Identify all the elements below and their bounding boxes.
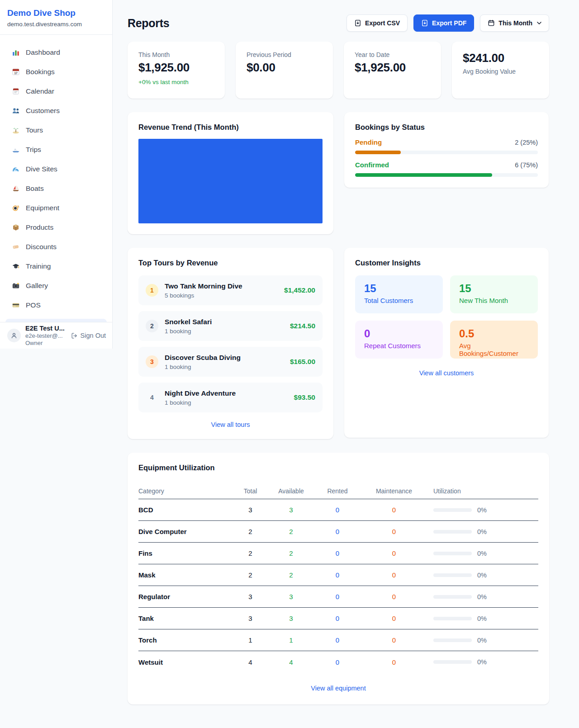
user-role: Owner — [25, 340, 65, 347]
sidebar-item-label: Products — [26, 223, 53, 232]
sidebar-item-calendar[interactable]: Calendar — [5, 81, 107, 101]
insight-value: 15 — [459, 282, 529, 295]
diving-mask-icon — [12, 204, 20, 212]
tour-bookings: 5 bookings — [165, 292, 242, 299]
sidebar-item-dive-sites[interactable]: Dive Sites — [5, 159, 107, 179]
cell-maintenance: 0 — [367, 636, 421, 644]
sidebar-item-bookings[interactable]: 17 Bookings — [5, 62, 107, 81]
brand-block[interactable]: Demo Dive Shop demo.test.divestreams.com — [0, 0, 112, 35]
cell-available: 1 — [274, 636, 308, 644]
revenue-trend-card: Revenue Trend (This Month) — [128, 112, 333, 234]
table-row: Torch 1 1 0 0 0% — [138, 629, 538, 651]
sidebar-item-equipment[interactable]: Equipment — [5, 198, 107, 217]
sidebar-item-label: Equipment — [26, 204, 59, 212]
section-title: Top Tours by Revenue — [138, 259, 323, 267]
insight-tile-total-customers: 15 Total Customers — [355, 275, 443, 313]
rank-badge: 1 — [146, 284, 158, 297]
period-dropdown[interactable]: This Month — [480, 14, 549, 32]
export-pdf-button[interactable]: Export PDF — [413, 14, 474, 32]
stat-value: $0.00 — [247, 61, 322, 75]
tear-calendar-icon — [12, 87, 20, 95]
cell-category: BCD — [138, 506, 227, 514]
cell-category: Regulator — [138, 593, 227, 600]
tour-row: 4 Night Dive Adventure 1 booking $93.50 — [138, 383, 323, 412]
cell-total: 3 — [227, 615, 274, 622]
rank-badge: 3 — [146, 355, 158, 368]
user-name: E2E Test U... — [25, 324, 65, 332]
cell-maintenance: 0 — [367, 571, 421, 579]
cell-maintenance: 0 — [367, 593, 421, 600]
revenue-bar — [138, 139, 323, 223]
col-header: Utilization — [421, 487, 538, 495]
sidebar-item-discounts[interactable]: Discounts — [5, 237, 107, 256]
cell-rented: 0 — [308, 593, 367, 600]
sidebar-item-boats[interactable]: Boats — [5, 179, 107, 198]
cell-category: Mask — [138, 571, 227, 579]
view-all-customers-link[interactable]: View all customers — [355, 369, 538, 377]
sidebar-item-customers[interactable]: Customers — [5, 101, 107, 120]
cell-available: 2 — [274, 528, 308, 535]
svg-text:17: 17 — [14, 71, 18, 74]
sidebar-item-trips[interactable]: Trips — [5, 140, 107, 159]
sidebar-item-training[interactable]: Training — [5, 256, 107, 276]
wave-icon — [12, 165, 20, 173]
cell-maintenance: 0 — [367, 658, 421, 666]
equipment-utilization-card: Equipment Utilization Category Total Ava… — [128, 453, 549, 704]
tour-revenue: $1,452.00 — [284, 286, 315, 294]
rank-badge: 2 — [146, 320, 158, 332]
utilization-bar-track — [433, 617, 472, 620]
tour-name: Night Dive Adventure — [165, 389, 236, 398]
cell-available: 2 — [274, 571, 308, 579]
sidebar-item-tours[interactable]: Tours — [5, 120, 107, 140]
chevron-down-icon — [537, 22, 541, 25]
utilization-bar-track — [433, 530, 472, 534]
sidebar-item-label: Tours — [26, 126, 43, 134]
cell-maintenance: 0 — [367, 528, 421, 535]
tour-revenue: $93.50 — [294, 393, 315, 402]
stat-label: Year to Date — [355, 51, 430, 58]
cell-utilization: 0% — [477, 572, 487, 579]
camera-icon — [12, 282, 20, 290]
insight-value: 15 — [364, 282, 434, 295]
cell-rented: 0 — [308, 636, 367, 644]
sidebar-item-label: Dive Sites — [26, 165, 57, 173]
sidebar-item-dashboard[interactable]: Dashboard — [5, 43, 107, 62]
sign-out-icon — [71, 332, 78, 339]
cell-rented: 0 — [308, 549, 367, 557]
section-title: Equipment Utilization — [138, 463, 538, 472]
tour-bookings: 1 booking — [165, 399, 236, 406]
tour-name: Two Tank Morning Dive — [165, 282, 242, 291]
view-all-equipment-link[interactable]: View all equipment — [138, 685, 538, 692]
sidebar-item-label: Bookings — [26, 68, 55, 76]
col-header: Category — [138, 487, 227, 495]
calendar-17-icon: 17 — [12, 68, 20, 76]
tour-row: 2 Snorkel Safari 1 booking $214.50 — [138, 311, 323, 341]
sign-out-button[interactable]: Sign Out — [71, 332, 106, 339]
file-download-icon — [354, 19, 361, 27]
cell-rented: 0 — [308, 528, 367, 535]
stat-card-avg-booking-value: $241.00 Avg Booking Value — [452, 42, 549, 99]
sidebar-item-pos[interactable]: POS — [5, 295, 107, 315]
status-label-pending: Pending — [355, 138, 382, 146]
sidebar-item-products[interactable]: Products — [5, 217, 107, 237]
insight-value: 0 — [364, 327, 434, 340]
cell-rented: 0 — [308, 615, 367, 622]
table-row: Regulator 3 3 0 0 0% — [138, 586, 538, 608]
view-all-tours-link[interactable]: View all tours — [138, 421, 323, 428]
sidebar-item-gallery[interactable]: Gallery — [5, 276, 107, 295]
equipment-table: Category Total Available Rented Maintena… — [138, 483, 538, 673]
cell-total: 3 — [227, 593, 274, 600]
table-row: BCD 3 3 0 0 0% — [138, 499, 538, 521]
insight-tile-avg-bookings: 0.5 Avg Bookings/Customer — [450, 321, 538, 359]
package-icon — [12, 223, 20, 232]
status-bar-track — [355, 151, 538, 154]
utilization-bar-track — [433, 638, 472, 642]
sidebar-nav: Dashboard 17 Bookings Calendar Customers… — [0, 35, 112, 315]
cell-category: Dive Computer — [138, 528, 227, 535]
shop-domain: demo.test.divestreams.com — [7, 21, 105, 28]
insight-label: Avg Bookings/Customer — [459, 342, 529, 357]
shop-name[interactable]: Demo Dive Shop — [7, 8, 105, 18]
cell-utilization: 0% — [477, 506, 487, 514]
tour-revenue: $214.50 — [290, 322, 315, 330]
export-csv-button[interactable]: Export CSV — [346, 14, 408, 32]
